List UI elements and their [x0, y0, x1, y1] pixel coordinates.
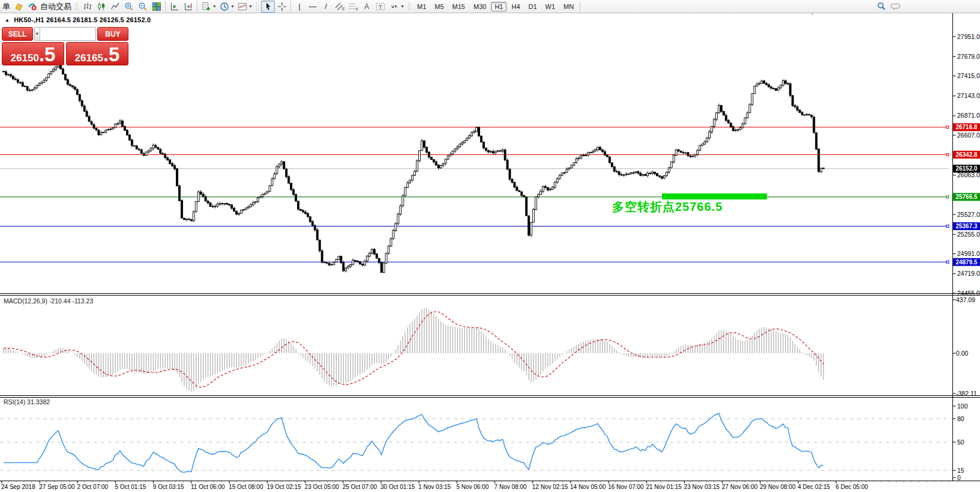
cursor-tool-icon[interactable] — [261, 1, 275, 13]
arrows-dropdown[interactable]: ▼ — [400, 4, 405, 8]
period-clock-icon[interactable] — [217, 1, 231, 13]
arrows-tool[interactable] — [387, 1, 401, 13]
svg-text:15: 15 — [957, 467, 964, 474]
chat-icon[interactable] — [888, 1, 902, 13]
period-dropdown[interactable]: ▼ — [230, 4, 235, 8]
one-click-trade-panel: SELL ▼ ▲ BUY 26150.5 26165.5 — [2, 27, 128, 65]
svg-text:1 Nov 03:15: 1 Nov 03:15 — [418, 484, 451, 490]
svg-text:27143.0: 27143.0 — [957, 92, 980, 99]
crosshair-tool-icon[interactable] — [275, 1, 289, 13]
tile-windows-icon[interactable] — [149, 1, 163, 13]
svg-text:29 Nov 08:00: 29 Nov 08:00 — [760, 484, 796, 490]
svg-text:5 Nov 06:00: 5 Nov 06:00 — [456, 484, 488, 490]
svg-text:26152.0: 26152.0 — [955, 165, 978, 172]
turning-point-annotation[interactable]: 多空转折点25766.5 — [612, 199, 723, 215]
volume-input[interactable] — [40, 28, 96, 40]
chart-title: ▲HK50-,H1 26164.5 26181.5 26126.5 26152.… — [5, 16, 151, 23]
news-icon[interactable] — [11, 1, 25, 13]
svg-text:25527.0: 25527.0 — [957, 211, 980, 218]
price-chart-canvas[interactable]: 27951.027679.027415.027143.026871.026607… — [0, 0, 980, 492]
toolbar-grip[interactable] — [256, 2, 259, 11]
fibonacci-tool[interactable]: F — [346, 1, 360, 13]
chart-shift-icon[interactable] — [167, 1, 181, 13]
line-chart-icon[interactable] — [108, 1, 122, 13]
tab-d1[interactable]: D1 — [525, 2, 541, 11]
bar-chart-icon[interactable] — [80, 1, 94, 13]
rsi-value: 31.3382 — [27, 398, 50, 405]
toolbar-grip[interactable] — [75, 2, 78, 11]
tab-mn[interactable]: MN — [560, 2, 577, 11]
auto-scroll-icon[interactable] — [181, 1, 195, 13]
candlestick-icon[interactable] — [94, 1, 108, 13]
svg-text:23 Oct 05:00: 23 Oct 05:00 — [305, 484, 340, 490]
buy-price-display[interactable]: 26165.5 — [66, 42, 128, 65]
zoom-out-icon[interactable] — [136, 1, 149, 13]
svg-text:12 Nov 02:15: 12 Nov 02:15 — [532, 484, 568, 490]
svg-text:6 Dec 05:00: 6 Dec 05:00 — [835, 484, 868, 490]
svg-text:7 Nov 08:00: 7 Nov 08:00 — [495, 484, 527, 490]
toolbar-grip[interactable] — [407, 2, 410, 11]
trading-terminal: 单 自动交易 ▼ ▼ ▼ | — / E F A T ▼ M1 M5 — [0, 0, 980, 492]
svg-text:26871.0: 26871.0 — [957, 112, 980, 119]
text-label-tool[interactable]: T — [373, 1, 387, 13]
svg-text:25255.0: 25255.0 — [957, 231, 980, 238]
svg-text:24879.5: 24879.5 — [955, 259, 978, 266]
trendline-tool[interactable]: / — [319, 2, 332, 11]
svg-text:14 Nov 05:00: 14 Nov 05:00 — [570, 484, 606, 490]
new-order-button[interactable]: 单 — [1, 1, 11, 12]
svg-text:11 Oct 06:00: 11 Oct 06:00 — [191, 484, 225, 490]
volume-decrease-button[interactable]: ▼ — [35, 28, 40, 40]
symbol-ohlc-text: HK50-,H1 26164.5 26181.5 26126.5 26152.0 — [14, 16, 151, 23]
svg-text:16 Nov 07:00: 16 Nov 07:00 — [608, 484, 644, 490]
horizontal-line-tool[interactable]: — — [306, 2, 319, 11]
template-icon[interactable] — [235, 1, 249, 13]
svg-text:E: E — [342, 7, 345, 11]
svg-text:100: 100 — [957, 402, 968, 410]
svg-text:2 Oct 07:00: 2 Oct 07:00 — [77, 484, 108, 490]
macd-values: -210.44 -113.23 — [49, 297, 93, 305]
template-dropdown[interactable]: ▼ — [248, 4, 253, 8]
svg-text:27 Sep 05:00: 27 Sep 05:00 — [39, 484, 75, 490]
tab-h1[interactable]: H1 — [491, 2, 507, 11]
new-chart-dropdown[interactable]: ▼ — [212, 4, 217, 8]
tab-h4[interactable]: H4 — [508, 2, 523, 11]
svg-text:24991.0: 24991.0 — [957, 250, 980, 257]
rsi-indicator-label: RSI(14) 31.3382 — [4, 398, 50, 405]
buy-button[interactable]: BUY — [97, 27, 128, 41]
tab-m15[interactable]: M15 — [449, 2, 469, 11]
svg-text:30 Oct 01:15: 30 Oct 01:15 — [380, 484, 415, 490]
sell-price-display[interactable]: 26150.5 — [2, 42, 64, 65]
autotrade-icon[interactable] — [25, 1, 39, 13]
search-icon[interactable] — [874, 1, 888, 13]
text-tool[interactable]: A — [360, 2, 373, 11]
tab-w1[interactable]: W1 — [542, 2, 559, 11]
zoom-in-icon[interactable] — [122, 1, 136, 13]
svg-text:50: 50 — [957, 439, 964, 446]
equidistant-channel-tool[interactable]: E — [332, 1, 346, 13]
vertical-line-tool[interactable]: | — [293, 2, 306, 11]
tab-m1[interactable]: M1 — [413, 2, 430, 11]
tab-m30[interactable]: M30 — [470, 2, 490, 11]
toolbar-separator — [165, 1, 166, 11]
sell-button[interactable]: SELL — [2, 27, 33, 41]
chart-shift-marker: ˆ — [811, 13, 813, 20]
autotrade-button[interactable]: 自动交易 — [39, 1, 73, 12]
svg-text:26607.0: 26607.0 — [957, 132, 980, 139]
toolbar: 单 自动交易 ▼ ▼ ▼ | — / E F A T ▼ M1 M5 — [0, 0, 980, 13]
panel-collapse-icon[interactable]: ▲ — [5, 17, 10, 23]
svg-text:27415.0: 27415.0 — [957, 72, 980, 79]
svg-text:9 Oct 03:15: 9 Oct 03:15 — [153, 484, 184, 490]
volume-stepper: ▼ ▲ — [34, 27, 96, 41]
svg-text:25367.3: 25367.3 — [955, 223, 978, 229]
tab-m5[interactable]: M5 — [431, 2, 447, 11]
svg-text:80: 80 — [957, 415, 964, 422]
svg-text:25766.5: 25766.5 — [955, 193, 978, 200]
svg-text:27679.0: 27679.0 — [957, 53, 980, 60]
svg-text:27 Nov 06:00: 27 Nov 06:00 — [722, 484, 758, 490]
new-chart-icon[interactable] — [199, 1, 213, 13]
toolbar-separator — [580, 1, 580, 11]
svg-text:19 Oct 02:15: 19 Oct 02:15 — [266, 484, 301, 490]
svg-text:-382.11: -382.11 — [956, 390, 977, 397]
toolbar-separator — [197, 1, 197, 11]
svg-text:15 Oct 08:00: 15 Oct 08:00 — [229, 484, 263, 490]
